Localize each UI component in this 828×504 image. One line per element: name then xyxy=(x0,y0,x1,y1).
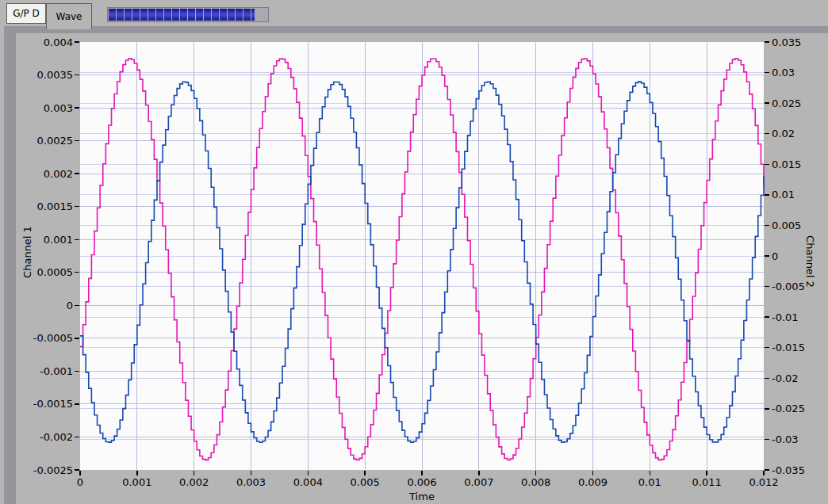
y-left-tick-label: 0.004 xyxy=(44,36,73,48)
window: G/P D Wave 0.0040.00350.0030.00250.0020.… xyxy=(0,0,828,504)
y-right-tick-label: -0.01 xyxy=(772,311,799,323)
y-right-tick-label: 0 xyxy=(772,250,778,262)
y-right-tick-label: -0.025 xyxy=(772,403,805,414)
tab-gpd[interactable]: G/P D xyxy=(6,3,46,24)
x-tick-label: 0.002 xyxy=(179,476,209,488)
y-left-tick-label: -0.002 xyxy=(40,431,73,443)
x-tick-label: 0.005 xyxy=(351,476,380,488)
y-right-tick-label: 0.03 xyxy=(772,67,795,78)
progress-segment xyxy=(156,9,163,21)
waveform-plot: 0.0040.00350.0030.00250.0020.00150.0010.… xyxy=(16,33,828,504)
x-tick-label: 0.011 xyxy=(692,476,722,488)
progress-segment xyxy=(117,9,124,21)
x-tick-label: 0.009 xyxy=(578,476,608,488)
waveform-graph: 0.0040.00350.0030.00250.0020.00150.0010.… xyxy=(16,33,828,504)
progress-segment xyxy=(251,9,255,21)
progress-segment xyxy=(172,9,179,21)
y-right-tick-label: 0.015 xyxy=(772,158,801,170)
y-right-tick-label: -0.005 xyxy=(772,281,805,292)
x-tick-label: 0.008 xyxy=(521,476,550,488)
x-tick-label: 0 xyxy=(77,476,83,488)
y-right-tick-label: -0.03 xyxy=(772,433,799,445)
x-tick-label: 0.007 xyxy=(464,476,493,488)
y-left-tick-label: 0 xyxy=(67,300,73,311)
y-left-tick-label: 0.0035 xyxy=(37,69,74,81)
y-left-tick-label: -0.0015 xyxy=(33,398,73,410)
y-right-tick-label: 0.02 xyxy=(772,128,795,139)
progress-segment xyxy=(196,9,203,21)
progress-segment xyxy=(148,9,155,21)
y-right-tick-label: 0.025 xyxy=(772,97,801,109)
y-left-tick-label: 0.002 xyxy=(44,168,73,180)
y-left-tick-label: -0.0005 xyxy=(33,332,73,344)
y-right-tick-label: -0.02 xyxy=(772,372,799,384)
progress-segment xyxy=(132,9,140,21)
progress-segment xyxy=(164,9,171,21)
tab-gpd-label: G/P D xyxy=(13,8,40,19)
x-axis-title: Time xyxy=(408,491,435,502)
y-right-tick-label: -0.015 xyxy=(772,342,805,353)
y-right-tick-label: 0.01 xyxy=(772,189,795,200)
progress-segment xyxy=(109,9,116,21)
progress-bar xyxy=(107,7,269,22)
y-right-tick-label: 0.035 xyxy=(772,36,801,48)
progress-segment xyxy=(228,9,235,21)
x-tick-label: 0.006 xyxy=(407,476,436,488)
progress-segment xyxy=(204,9,211,21)
y-left-axis-title: Channel 1 xyxy=(21,226,33,278)
tab-wave-label: Wave xyxy=(56,11,82,22)
progress-segment xyxy=(220,9,227,21)
x-tick-label: 0.001 xyxy=(122,476,151,488)
y-left-tick-label: 0.0015 xyxy=(37,200,74,212)
progress-segment xyxy=(140,9,148,21)
y-left-tick-label: 0.0005 xyxy=(37,266,74,278)
x-tick-label: 0.003 xyxy=(236,476,266,488)
y-left-tick-label: 0.003 xyxy=(44,102,73,114)
progress-segment xyxy=(212,9,219,21)
progress-segment xyxy=(188,9,195,21)
x-tick-label: 0.004 xyxy=(293,476,323,488)
progress-segment xyxy=(125,9,132,21)
x-tick-label: 0.012 xyxy=(749,476,778,488)
x-tick-label: 0.01 xyxy=(638,476,661,488)
y-left-tick-label: 0.0025 xyxy=(37,135,74,147)
y-left-tick-label: -0.001 xyxy=(40,365,73,377)
progress-segment xyxy=(236,9,243,21)
y-left-tick-label: -0.0025 xyxy=(33,464,73,476)
tab-wave[interactable]: Wave xyxy=(46,3,92,29)
progress-segment xyxy=(243,9,251,21)
y-right-axis-title: Channel 2 xyxy=(804,235,816,288)
y-right-tick-label: 0.005 xyxy=(772,220,801,231)
y-right-tick-label: -0.035 xyxy=(772,464,805,476)
tab-strip: G/P D Wave xyxy=(0,0,828,26)
y-left-tick-label: 0.001 xyxy=(44,234,73,246)
progress-segment xyxy=(180,9,187,21)
